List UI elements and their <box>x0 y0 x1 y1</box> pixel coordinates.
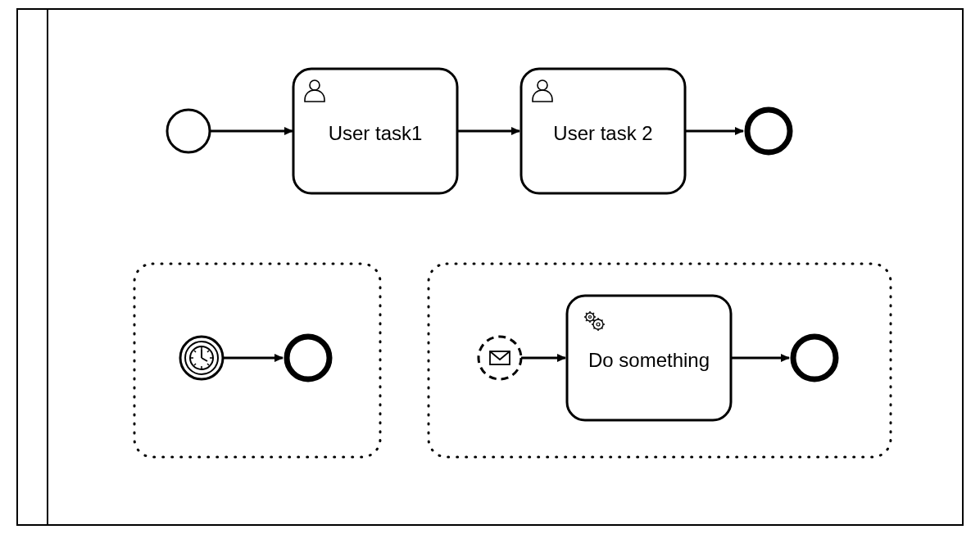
pool-lane-header[interactable] <box>17 9 48 525</box>
service-task[interactable]: Do something <box>567 296 731 420</box>
pool[interactable] <box>17 9 963 525</box>
end-event[interactable] <box>747 110 790 152</box>
bpmn-diagram: User task1 User task 2 <box>0 0 980 534</box>
end-event[interactable] <box>287 337 329 379</box>
timer-start-event[interactable] <box>180 337 223 379</box>
user-task-2[interactable]: User task 2 <box>521 69 685 193</box>
envelope-icon <box>490 351 510 364</box>
clock-icon <box>190 346 213 369</box>
end-event[interactable] <box>793 337 836 379</box>
message-start-event[interactable] <box>479 337 521 379</box>
service-task-label: Do something <box>588 349 710 371</box>
user-task-1-label: User task1 <box>329 122 423 144</box>
start-event[interactable] <box>167 110 210 152</box>
event-subprocess-timer[interactable] <box>134 264 380 457</box>
user-task-1[interactable]: User task1 <box>293 69 457 193</box>
user-task-2-label: User task 2 <box>553 122 652 144</box>
